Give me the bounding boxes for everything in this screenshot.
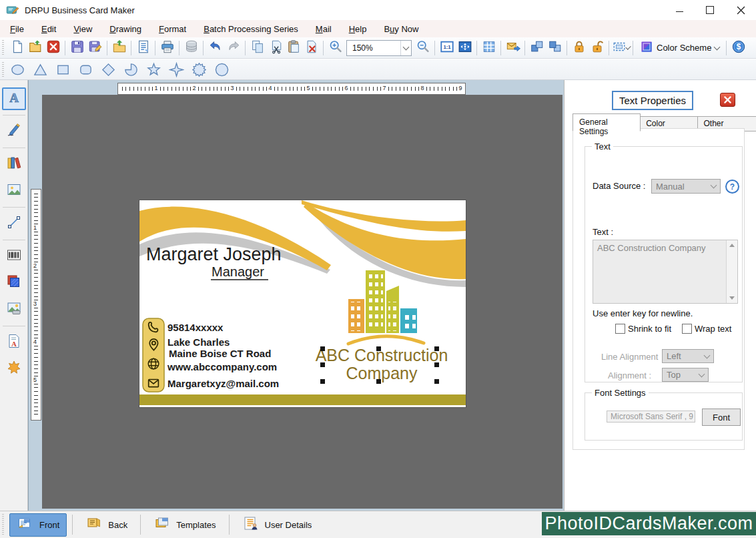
app-icon <box>5 3 20 17</box>
zoom-out-button[interactable] <box>414 39 432 57</box>
menu-edit[interactable]: Edit <box>33 21 65 37</box>
toolbar-separator <box>524 41 525 55</box>
signature-pen-button[interactable] <box>2 120 26 143</box>
company-name-text[interactable]: ABC Construction Company <box>316 346 448 382</box>
tab-general-settings[interactable]: General Settings <box>573 113 641 131</box>
font-settings-label: Font Settings <box>592 388 649 398</box>
send-mail-button[interactable] <box>504 39 522 57</box>
fit-to-window-button[interactable] <box>456 39 474 57</box>
close-icon <box>737 6 745 15</box>
actual-size-button[interactable]: 1:1 <box>438 39 456 57</box>
data-source-dropdown[interactable]: Manual <box>651 179 721 194</box>
delete-item-button[interactable] <box>302 39 320 57</box>
copy-button[interactable] <box>248 39 266 57</box>
menu-file[interactable]: File <box>1 21 33 37</box>
front-view-button[interactable]: Front <box>9 513 67 537</box>
wordart-tool-button[interactable]: A <box>2 331 26 354</box>
barcode-tool-icon <box>6 247 22 266</box>
card-street[interactable]: Maine Boise CT Road <box>169 348 271 359</box>
save-button[interactable] <box>68 39 86 57</box>
card-phone[interactable]: 95814xxxxx <box>167 322 224 333</box>
new-document-button[interactable] <box>8 39 26 57</box>
menu-view[interactable]: View <box>65 21 101 37</box>
paste-button[interactable] <box>284 39 302 57</box>
currency-button[interactable]: $ <box>729 39 747 57</box>
shape-star-5-button[interactable] <box>144 61 163 78</box>
zoom-in-button[interactable] <box>326 39 344 57</box>
line-alignment-dropdown[interactable]: Left <box>662 349 714 363</box>
menu-bar: FileEditViewDrawingFormatBatch Processin… <box>0 20 756 37</box>
back-view-button[interactable]: Back <box>78 513 135 537</box>
send-backward-button[interactable] <box>546 39 564 57</box>
menu-format[interactable]: Format <box>150 21 195 37</box>
help-icon[interactable]: ? <box>725 180 739 194</box>
card-job-title[interactable]: Manager <box>212 264 264 279</box>
open-file-button[interactable] <box>26 39 44 57</box>
save-as-button[interactable] <box>86 39 104 57</box>
clipart-tool-button[interactable] <box>2 358 26 380</box>
bring-forward-button[interactable] <box>528 39 546 57</box>
panel-close-button[interactable] <box>720 93 735 107</box>
card-city[interactable]: Lake Charles <box>167 336 230 348</box>
shrink-to-fit-checkbox[interactable] <box>615 324 625 334</box>
card-person-name[interactable]: Margaret Joseph <box>146 244 282 264</box>
shape-rounded-rectangle-button[interactable] <box>76 61 95 78</box>
picture-badge-button[interactable] <box>2 298 26 321</box>
barcode-tool-button[interactable] <box>2 245 26 268</box>
library-books-button[interactable] <box>2 153 26 176</box>
canvas-options-button[interactable] <box>612 39 630 57</box>
shape-star-4-button[interactable] <box>167 61 185 78</box>
chevron-down-icon <box>714 43 721 50</box>
undo-button[interactable] <box>206 39 224 57</box>
shape-diamond-button[interactable] <box>99 61 117 78</box>
zoom-level-combo[interactable]: 150% <box>346 40 412 56</box>
shape-burst-button[interactable] <box>190 61 208 78</box>
bottombar-grip <box>2 514 4 535</box>
database-button[interactable] <box>182 39 200 57</box>
close-file-button[interactable] <box>44 39 62 57</box>
color-scheme-button[interactable]: Color Scheme <box>636 39 723 57</box>
card-email[interactable]: Margaretxyz@mail.com <box>167 378 279 389</box>
shape-ellipse-button[interactable] <box>8 61 27 78</box>
menu-buy-now[interactable]: Buy Now <box>375 21 427 37</box>
business-card[interactable]: Margaret Joseph Manager <box>139 200 466 407</box>
lock-button[interactable] <box>570 39 588 57</box>
preview-button[interactable] <box>134 39 152 57</box>
company-logo[interactable] <box>348 270 424 344</box>
toolbar-separator <box>131 41 131 55</box>
grid-button[interactable] <box>480 39 498 57</box>
line-tool-button[interactable] <box>2 212 26 235</box>
minimize-button[interactable] <box>664 0 695 20</box>
shape-triangle-button[interactable] <box>31 61 49 78</box>
image-tool-button[interactable] <box>2 180 26 202</box>
menu-batch-processing-series[interactable]: Batch Processing Series <box>195 21 307 37</box>
shape-rectangle-button[interactable] <box>53 61 72 78</box>
shape-polygon-12-button[interactable] <box>212 61 231 78</box>
textarea-scrollbar[interactable] <box>726 240 737 303</box>
font-button[interactable]: Font <box>702 409 741 426</box>
zoom-dropdown-arrow[interactable] <box>400 41 411 55</box>
cut-button[interactable] <box>266 39 284 57</box>
alignment-label: Alignment : <box>608 370 651 380</box>
shape-pie-button[interactable] <box>121 61 140 78</box>
maximize-button[interactable] <box>695 0 725 20</box>
redo-button[interactable] <box>224 39 242 57</box>
wrap-text-checkbox[interactable] <box>682 324 692 334</box>
toolbar-separator <box>500 41 501 55</box>
menu-drawing[interactable]: Drawing <box>101 21 150 37</box>
close-button[interactable] <box>725 0 756 20</box>
card-website[interactable]: www.abccompany.com <box>167 361 277 372</box>
unlock-button[interactable] <box>588 39 606 57</box>
layers-tool-button[interactable] <box>2 272 26 294</box>
text-value-textarea[interactable]: ABC Construction Company <box>593 240 738 304</box>
alignment-dropdown[interactable]: Top <box>662 368 709 382</box>
menu-help[interactable]: Help <box>340 21 376 37</box>
user-details-view-button[interactable]: User Details <box>235 513 320 537</box>
text-tool-button[interactable]: A <box>2 87 26 110</box>
menu-mail[interactable]: Mail <box>307 21 340 37</box>
import-file-button[interactable] <box>110 39 128 57</box>
print-button[interactable] <box>158 39 176 57</box>
font-name-field[interactable]: Microsoft Sans Serif , 9 <box>607 411 695 423</box>
templates-view-button[interactable]: Templates <box>146 513 223 537</box>
bottombar-separator <box>72 515 73 535</box>
